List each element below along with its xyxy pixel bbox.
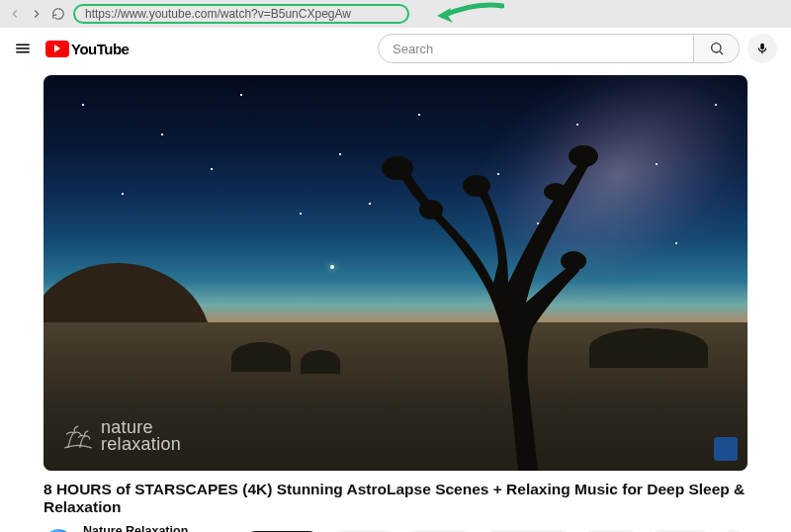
channel-name[interactable]: Nature Relaxation Films: [83, 524, 233, 532]
url-text: https://www.youtube.com/watch?v=B5unCXpe…: [85, 7, 351, 21]
bush: [231, 342, 291, 372]
search-placeholder: Search: [393, 42, 433, 56]
annotation-arrow: [435, 2, 504, 28]
youtube-header: YouTube Search: [0, 28, 791, 69]
search-input[interactable]: Search: [378, 34, 694, 63]
forward-button[interactable]: [30, 7, 44, 21]
reload-button[interactable]: [51, 7, 65, 21]
player-badge: [714, 437, 738, 461]
content-area: nature relaxation 8 HOURS of STARSCAPES …: [0, 69, 791, 532]
channel-watermark: nature relaxation: [61, 419, 181, 453]
video-meta-row: Nature Relaxation Films 914K subscribers…: [44, 524, 747, 532]
bright-star: [330, 265, 334, 269]
youtube-play-icon: [45, 41, 69, 57]
palm-icon: [61, 419, 95, 453]
svg-point-5: [419, 200, 443, 220]
search-button[interactable]: [694, 34, 740, 63]
menu-button[interactable]: [14, 40, 32, 57]
back-button[interactable]: [8, 7, 22, 21]
video-player[interactable]: nature relaxation: [44, 75, 747, 471]
svg-point-3: [569, 145, 598, 167]
browser-toolbar: https://www.youtube.com/watch?v=B5unCXpe…: [0, 0, 791, 28]
svg-point-1: [382, 156, 413, 180]
youtube-logo[interactable]: YouTube: [45, 41, 129, 57]
address-bar[interactable]: https://www.youtube.com/watch?v=B5unCXpe…: [73, 4, 409, 24]
svg-point-2: [463, 175, 490, 197]
video-title: 8 HOURS of STARSCAPES (4K) Stunning Astr…: [44, 481, 747, 516]
svg-point-0: [711, 44, 720, 52]
bush: [301, 350, 340, 374]
voice-search-button[interactable]: [747, 34, 777, 63]
joshua-tree: [360, 144, 617, 471]
svg-point-6: [544, 183, 568, 201]
watermark-line2: relaxation: [101, 436, 181, 453]
svg-point-4: [561, 251, 586, 271]
youtube-wordmark: YouTube: [71, 41, 129, 57]
